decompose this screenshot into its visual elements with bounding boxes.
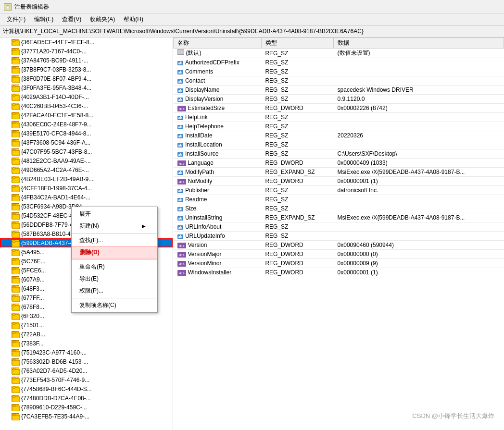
tree-item[interactable]: {37A84705-BC9D-4911-... bbox=[0, 56, 173, 65]
menu-item[interactable]: 查看(V) bbox=[58, 14, 85, 25]
tree-item[interactable]: {7519423C-A977-4160-... bbox=[0, 348, 173, 357]
reg-name: abURLInfoAbout bbox=[174, 222, 262, 232]
svg-text:010: 010 bbox=[179, 253, 185, 257]
reg-data: spacedesk Windows DRIVER bbox=[334, 86, 504, 95]
table-row[interactable]: 010 WindowsInstallerREG_DWORD0x00000001 … bbox=[174, 268, 504, 277]
table-row[interactable]: 010 VersionMajorREG_DWORD0x00000000 (0) bbox=[174, 250, 504, 259]
tree-item[interactable]: {78909610-D229-459C-... bbox=[0, 403, 173, 412]
tree-item[interactable]: {7563302D-BD6B-4153-... bbox=[0, 357, 173, 366]
context-menu-item----D-[interactable]: 删除(D) bbox=[72, 246, 157, 258]
reg-data bbox=[334, 222, 504, 232]
folder-icon bbox=[12, 295, 19, 301]
values-panel[interactable]: 名称 类型 数据 (默认)REG_SZ(数值未设置)abAuthorizedCD… bbox=[173, 37, 504, 430]
svg-rect-17 bbox=[13, 113, 15, 114]
table-row[interactable]: abDisplayVersionREG_SZ0.9.1120.0 bbox=[174, 95, 504, 104]
reg-name: abInstallLocation bbox=[174, 140, 262, 149]
svg-rect-83 bbox=[13, 414, 15, 416]
tree-item[interactable]: {4306EC0C-24E8-48F7-9... bbox=[0, 120, 173, 129]
table-row[interactable]: abDisplayNameREG_SZspacedesk Windows DRI… bbox=[174, 86, 504, 95]
context-menu-item----E-[interactable]: 导出(E) bbox=[72, 273, 157, 285]
tree-item[interactable]: {439E5170-CFC8-4944-8... bbox=[0, 129, 173, 138]
context-menu-separator bbox=[72, 298, 157, 298]
table-row[interactable]: abCommentsREG_SZ bbox=[174, 67, 504, 76]
tree-item[interactable]: {4FB34C2A-BAD1-4E64-... bbox=[0, 193, 173, 202]
svg-rect-40 bbox=[12, 223, 20, 229]
table-row[interactable]: abUninstallStringREG_EXPAND_SZMsiExec.ex… bbox=[174, 213, 504, 222]
table-row[interactable]: abHelpLinkREG_SZ bbox=[174, 113, 504, 122]
svg-rect-78 bbox=[12, 397, 20, 402]
table-row[interactable]: 010 VersionMinorREG_DWORD0x00000009 (9) bbox=[174, 259, 504, 268]
reg-name: abComments bbox=[174, 67, 262, 76]
tree-item-label: {677FF... bbox=[21, 295, 44, 301]
table-row[interactable]: abReadmeREG_SZ bbox=[174, 195, 504, 204]
svg-rect-19 bbox=[13, 122, 15, 123]
tree-item[interactable]: {77480DDB-D7CA-4E08-... bbox=[0, 393, 173, 403]
tree-item[interactable]: {7383F... bbox=[0, 339, 173, 348]
table-row[interactable]: 010 VersionREG_DWORD0x00090460 (590944) bbox=[174, 241, 504, 250]
tree-item[interactable]: {47C07F95-5BC7-43FB-8... bbox=[0, 147, 173, 156]
tree-item[interactable]: {4CFF18E0-1998-37CA-4... bbox=[0, 184, 173, 193]
tree-item[interactable]: {71501... bbox=[0, 320, 173, 330]
tree-item[interactable]: {38F0D70E-8F07-4BF9-4... bbox=[0, 74, 173, 83]
ab-icon: ab bbox=[177, 152, 183, 157]
svg-rect-9 bbox=[13, 76, 15, 78]
tree-item[interactable]: {40C260BB-0453-4C36-... bbox=[0, 101, 173, 111]
bin-icon: 010 bbox=[177, 243, 186, 248]
tree-item[interactable]: {763A02D7-6AD5-4D20... bbox=[0, 366, 173, 375]
context-menu-item-------C-[interactable]: 复制项名称(C) bbox=[72, 299, 157, 311]
table-row[interactable]: (默认)REG_SZ(数值未设置) bbox=[174, 49, 504, 58]
svg-rect-16 bbox=[12, 114, 20, 119]
context-menu-item-----R-[interactable]: 重命名(R) bbox=[72, 261, 157, 273]
tree-item[interactable]: {7CA3EFB5-7E35-44A9-... bbox=[0, 412, 173, 421]
menu-item[interactable]: 帮助(H) bbox=[120, 14, 147, 25]
table-row[interactable]: abInstallSourceREG_SZC:\Users\SXF\Deskto… bbox=[174, 149, 504, 159]
context-menu-item----N-[interactable]: 新建(N)▶ bbox=[72, 220, 157, 232]
tree-item[interactable]: {37771A20-7167-44C0-... bbox=[0, 47, 173, 56]
table-row[interactable]: abAuthorizedCDFPrefixREG_SZ bbox=[174, 58, 504, 67]
tree-item[interactable]: {3F0FA3FE-95FA-3B48-4... bbox=[0, 83, 173, 92]
tree-item[interactable]: {4B24BE03-EF2D-49AB-9... bbox=[0, 174, 173, 184]
tree-item-label: {607A9... bbox=[21, 276, 45, 283]
tree-item[interactable]: {722AB... bbox=[0, 330, 173, 339]
folder-icon bbox=[12, 386, 19, 393]
table-row[interactable]: abContactREG_SZ bbox=[174, 76, 504, 86]
tree-item[interactable]: {4029A3B1-F14D-40DF-... bbox=[0, 92, 173, 101]
menu-item[interactable]: 收藏夹(A) bbox=[86, 14, 119, 25]
tree-item[interactable]: {77458689-BF6C-444D-S... bbox=[0, 384, 173, 393]
reg-name: 010 NoModify bbox=[174, 177, 262, 186]
context-menu-item----F----[interactable]: 查找(F)... bbox=[72, 234, 157, 246]
tree-item[interactable]: {37B8F9C7-03FB-3253-8... bbox=[0, 65, 173, 74]
default-icon bbox=[177, 49, 184, 55]
reg-type: REG_SZ bbox=[261, 204, 333, 213]
table-row[interactable]: 010 NoModifyREG_DWORD0x00000001 (1) bbox=[174, 177, 504, 186]
context-menu-item---[interactable]: 展开 bbox=[72, 208, 157, 220]
table-row[interactable]: abSizeREG_SZ bbox=[174, 204, 504, 213]
table-row[interactable]: abHelpTelephoneREG_SZ bbox=[174, 122, 504, 131]
folder-icon bbox=[12, 267, 19, 274]
folder-icon bbox=[12, 331, 19, 338]
reg-type: REG_DWORD bbox=[261, 241, 333, 250]
tree-item[interactable]: {49D665A2-4C2A-476E-... bbox=[0, 165, 173, 174]
menu-item[interactable]: 文件(F) bbox=[3, 14, 29, 25]
col-header-type: 类型 bbox=[261, 38, 333, 49]
ab-icon: ab bbox=[177, 207, 183, 211]
table-row[interactable]: abURLInfoAboutREG_SZ bbox=[174, 222, 504, 232]
folder-icon bbox=[12, 176, 19, 183]
menu-item[interactable]: 编辑(E) bbox=[30, 14, 57, 25]
table-row[interactable]: abPublisherREG_SZdatronicsoft Inc. bbox=[174, 186, 504, 195]
context-menu-item----P----[interactable]: 权限(P)... bbox=[72, 285, 157, 297]
folder-icon bbox=[12, 130, 19, 137]
table-row[interactable]: abModifyPathREG_EXPAND_SZMsiExec.exe /X{… bbox=[174, 168, 504, 177]
table-row[interactable]: 010 LanguageREG_DWORD0x00000409 (1033) bbox=[174, 159, 504, 168]
tree-item[interactable]: {36EAD5CF-44EF-4FCF-8... bbox=[0, 37, 173, 47]
table-row[interactable]: abInstallLocationREG_SZ bbox=[174, 140, 504, 149]
tree-item[interactable]: {773EF543-570F-4746-9... bbox=[0, 375, 173, 384]
folder-icon bbox=[12, 66, 19, 73]
table-row[interactable]: abInstallDateREG_SZ20220326 bbox=[174, 131, 504, 140]
tree-item[interactable]: {43F73608-5C94-436F-A... bbox=[0, 138, 173, 147]
tree-item[interactable]: {42FACA40-EC1E-4E58-8... bbox=[0, 111, 173, 120]
table-row[interactable]: abURLUpdateInfoREG_SZ bbox=[174, 232, 504, 241]
tree-item[interactable]: {4812E2CC-BAA9-49AE-... bbox=[0, 156, 173, 165]
table-row[interactable]: 010 EstimatedSizeREG_DWORD0x00002226 (87… bbox=[174, 104, 504, 113]
folder-icon bbox=[12, 285, 19, 292]
